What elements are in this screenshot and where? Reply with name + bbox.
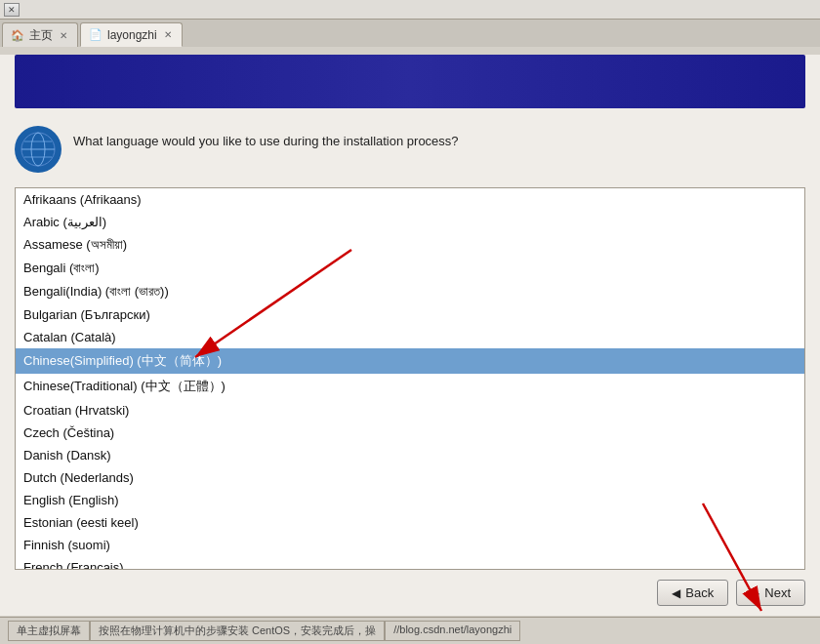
status-seg-2: 按照在物理计算机中的步骤安装 CentOS，安装完成后，操 xyxy=(90,621,385,641)
language-list[interactable]: Afrikaans (Afrikaans)Arabic (العربية)Ass… xyxy=(16,188,804,569)
language-item-estonian[interactable]: Estonian (eesti keel) xyxy=(16,511,804,534)
language-item-french[interactable]: French (Français) xyxy=(16,556,804,569)
tab-home-close[interactable]: ✕ xyxy=(58,29,69,42)
tab-bar: 🏠 主页 ✕ 📄 layongzhi ✕ xyxy=(0,20,820,47)
tab-layongzhi-label: layongzhi xyxy=(107,28,157,42)
next-button[interactable]: ▶ Next xyxy=(736,580,805,606)
tab-home-label: 主页 xyxy=(29,27,53,44)
language-item-assamese[interactable]: Assamese (অসমীয়া) xyxy=(16,233,804,257)
back-icon: ◀ xyxy=(672,586,680,600)
language-item-bengali[interactable]: Bengali (বাংলা) xyxy=(16,257,804,280)
home-icon: 🏠 xyxy=(11,29,24,42)
page-icon: 📄 xyxy=(89,28,102,41)
language-item-catalan[interactable]: Catalan (Català) xyxy=(16,326,804,348)
language-item-afrikaans[interactable]: Afrikaans (Afrikaans) xyxy=(16,188,804,211)
tab-layongzhi-close[interactable]: ✕ xyxy=(162,28,174,41)
window-close-button[interactable]: ✕ xyxy=(4,3,20,17)
language-icon xyxy=(15,126,62,173)
language-item-bulgarian[interactable]: Bulgarian (Български) xyxy=(16,303,804,326)
back-button[interactable]: ◀ Back xyxy=(657,580,728,606)
tab-layongzhi[interactable]: 📄 layongzhi ✕ xyxy=(80,22,183,47)
language-item-bengali-india[interactable]: Bengali(India) (বাংলা (ভারত)) xyxy=(16,280,804,303)
status-bar: 单主虚拟屏幕 按照在物理计算机中的步骤安装 CentOS，安装完成后，操 //b… xyxy=(0,617,820,644)
language-item-danish[interactable]: Danish (Dansk) xyxy=(16,444,804,466)
status-seg-1: 单主虚拟屏幕 xyxy=(8,621,90,641)
back-label: Back xyxy=(685,585,714,600)
question-text: What language would you like to use duri… xyxy=(73,126,459,151)
language-list-container: Afrikaans (Afrikaans)Arabic (العربية)Ass… xyxy=(15,187,805,570)
status-segments: 单主虚拟屏幕 按照在物理计算机中的步骤安装 CentOS，安装完成后，操 //b… xyxy=(8,621,812,641)
language-item-chinese-simplified[interactable]: Chinese(Simplified) (中文（简体）) xyxy=(16,348,804,374)
next-icon: ▶ xyxy=(751,586,759,600)
language-item-croatian[interactable]: Croatian (Hrvatski) xyxy=(16,399,804,422)
next-label: Next xyxy=(764,585,791,600)
button-bar: ◀ Back ▶ Next xyxy=(0,570,820,616)
language-item-czech[interactable]: Czech (Čeština) xyxy=(16,422,804,444)
language-item-dutch[interactable]: Dutch (Nederlands) xyxy=(16,466,804,489)
status-seg-3: //blog.csdn.net/layongzhi xyxy=(385,621,520,641)
language-item-english[interactable]: English (English) xyxy=(16,489,804,511)
question-section: What language would you like to use duri… xyxy=(0,116,820,187)
header-banner xyxy=(15,55,805,108)
language-item-finnish[interactable]: Finnish (suomi) xyxy=(16,534,804,556)
tab-home[interactable]: 🏠 主页 ✕ xyxy=(2,22,78,47)
main-content: What language would you like to use duri… xyxy=(0,55,820,570)
language-item-chinese-traditional[interactable]: Chinese(Traditional) (中文（正體）) xyxy=(16,374,804,399)
language-item-arabic[interactable]: Arabic (العربية) xyxy=(16,211,804,233)
